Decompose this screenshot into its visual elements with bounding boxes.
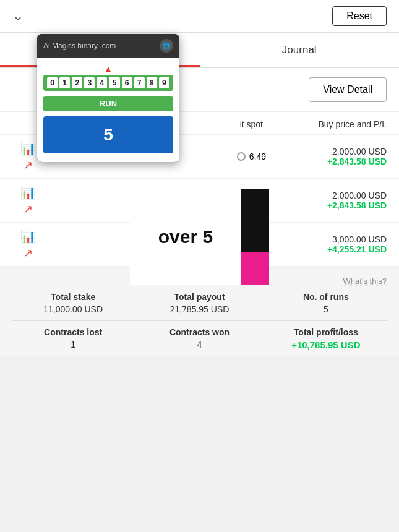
chart-icon: 📊 (20, 141, 36, 156)
over5-text: over 5 (130, 189, 241, 285)
chart-icon: 📊 (20, 185, 36, 200)
big-number-display: 5 (43, 116, 173, 153)
num-9: 9 (159, 77, 169, 88)
amount: 2,000.00 USD (272, 147, 387, 157)
over5-overlay: over 5 (130, 189, 269, 285)
profit: +2,843.58 USD (272, 157, 387, 166)
num-8: 8 (147, 77, 157, 88)
over5-black-section (241, 189, 269, 252)
over5-right-col (241, 189, 269, 285)
num-2: 2 (72, 77, 82, 88)
num-7: 7 (134, 77, 145, 88)
chevron-down-icon[interactable]: ⌄ (12, 8, 24, 24)
column-spot-header: it spot (189, 119, 263, 129)
run-button[interactable]: RUN (43, 96, 173, 111)
summary-grid: Total stake 11,000.00 USD Total payout 2… (12, 292, 387, 314)
reset-button[interactable]: Reset (332, 6, 387, 26)
summary-total-payout: Total payout 21,785.95 USD (139, 292, 260, 314)
summary-label: Contracts won (139, 327, 260, 337)
summary-no-of-runs: No. of runs 5 (265, 292, 387, 314)
summary-value: 1 (12, 340, 134, 350)
arrow-up-icon: ↗ (24, 246, 33, 260)
summary-contracts-won: Contracts won 4 (139, 327, 260, 350)
chart-icon: 📊 (20, 229, 36, 244)
summary-value: 4 (139, 340, 260, 350)
summary-label: Total profit/loss (265, 327, 387, 337)
tx-values: 2,000.00 USD +2,843.58 USD (272, 147, 387, 166)
summary-label: Total payout (139, 292, 260, 302)
row-icon: 📊 ↗ (12, 229, 43, 260)
column-buy-header: Buy price and P/L (263, 119, 387, 129)
tx-values: 2,000.00 USD +2,843.58 USD (272, 191, 387, 210)
radio-entry (237, 152, 246, 161)
summary-label: Total stake (12, 292, 134, 302)
summary-value: 11,000.00 USD (12, 304, 134, 314)
num-1: 1 (59, 77, 70, 88)
top-bar: ⌄ Reset (0, 0, 399, 33)
profit: +2,843.58 USD (272, 200, 387, 210)
browser-topbar: Ai Magics binary .com 🌐 (37, 34, 179, 58)
profit: +4,255.21 USD (272, 244, 387, 254)
spot-value: 6,49 (249, 152, 266, 161)
summary-contracts-lost: Contracts lost 1 (12, 327, 134, 350)
divider (12, 320, 387, 321)
summary-total-stake: Total stake 11,000.00 USD (12, 292, 134, 314)
arrow-up-icon: ↗ (24, 158, 33, 172)
triangle-indicator-icon: ▲ (43, 64, 173, 74)
summary-value: 5 (265, 304, 387, 314)
summary-label: No. of runs (265, 292, 387, 302)
amount: 2,000.00 USD (272, 191, 387, 200)
number-row: 0 1 2 3 4 5 6 7 8 9 (43, 75, 173, 91)
amount: 3,000.00 USD (272, 234, 387, 244)
tx-values: 3,000.00 USD +4,255.21 USD (272, 234, 387, 254)
num-0: 0 (47, 77, 58, 88)
num-6: 6 (122, 77, 132, 88)
browser-favicon-icon: 🌐 (160, 39, 173, 53)
over5-pink-section (241, 252, 269, 285)
num-5: 5 (109, 77, 119, 88)
browser-content: ▲ 0 1 2 3 4 5 6 7 8 9 RUN 5 (37, 58, 179, 162)
row-icon: 📊 ↗ (12, 185, 43, 216)
summary-value: 21,785.95 USD (139, 304, 260, 314)
num-3: 3 (84, 77, 95, 88)
tab-journal[interactable]: Journal (200, 33, 400, 67)
browser-popup: Ai Magics binary .com 🌐 ▲ 0 1 2 3 4 5 6 … (37, 34, 179, 162)
summary-label: Contracts lost (12, 327, 134, 337)
num-4: 4 (97, 77, 107, 88)
summary-total-profit: Total profit/loss +10,785.95 USD (265, 327, 387, 350)
browser-url: Ai Magics binary .com (43, 41, 155, 50)
view-detail-button[interactable]: View Detail (309, 77, 387, 102)
summary-grid-2: Contracts lost 1 Contracts won 4 Total p… (12, 327, 387, 350)
arrow-up-icon: ↗ (24, 202, 33, 216)
summary-profit-value: +10,785.95 USD (265, 340, 387, 350)
